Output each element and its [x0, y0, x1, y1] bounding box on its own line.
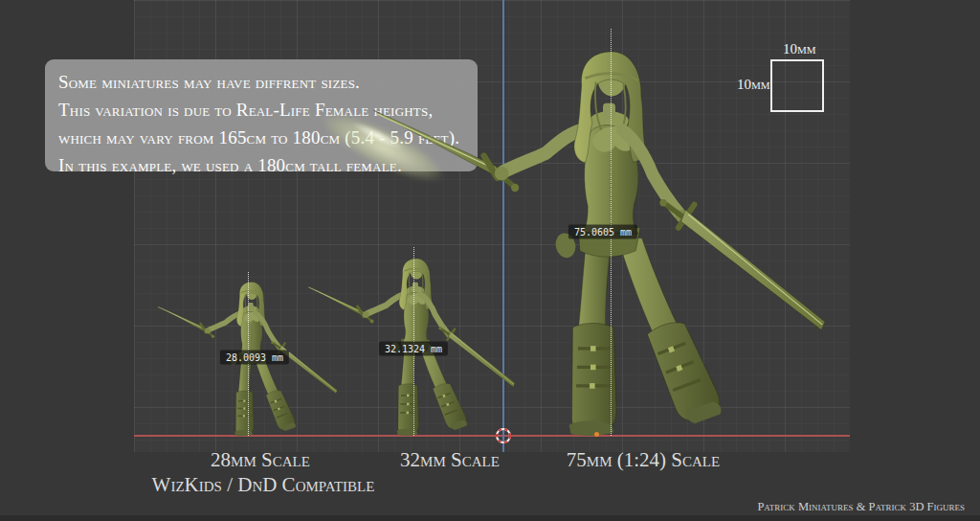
miniatures-layer — [0, 0, 980, 521]
scale-label-28mm: 28mm Scale — [211, 448, 310, 472]
reference-square-top-label: 10mm — [783, 41, 816, 57]
viewport-3d[interactable]: Some miniatures may have diffrent sizes.… — [0, 0, 980, 521]
measure-value-28mm: 28.0093 mm — [220, 351, 289, 365]
reference-square-10mm — [770, 59, 824, 112]
scale-label-75mm: 75mm (1:24) Scale — [567, 448, 720, 472]
measure-value-75mm: 75.0605 mm — [568, 225, 637, 239]
footer-credit: Patrick Miniatures & Patrick 3D Figures — [757, 500, 965, 514]
footer-strip — [0, 515, 980, 521]
cursor-3d[interactable] — [493, 425, 514, 446]
reference-square-side-label: 10mm — [737, 77, 770, 93]
scale-label-28mm-compat: WizKids / DnD Compatible — [152, 473, 375, 497]
measure-value-32mm: 32.1324 mm — [379, 342, 448, 356]
scale-label-32mm: 32mm Scale — [400, 448, 500, 472]
object-origin-dot[interactable] — [594, 432, 599, 437]
